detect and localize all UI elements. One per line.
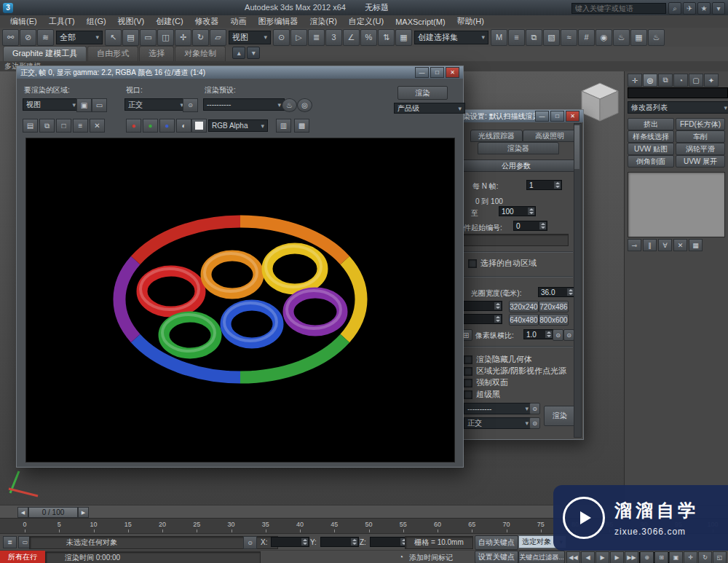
hierarchy-tab-icon[interactable]: ⧉: [658, 74, 673, 87]
zoom-icon[interactable]: ⊕: [640, 551, 654, 563]
material-editor-icon[interactable]: ◉: [596, 29, 612, 46]
viewcube[interactable]: [579, 80, 621, 128]
aspect-lock-icon[interactable]: ⊙: [553, 329, 563, 341]
modifier-button-uvw-unwrap[interactable]: UVW 展开: [676, 155, 725, 168]
app-icon[interactable]: 3: [3, 3, 13, 13]
environment-icon[interactable]: ◎: [297, 98, 312, 112]
motion-tab-icon[interactable]: ◔: [673, 74, 688, 87]
align-icon[interactable]: ≡: [508, 29, 525, 46]
selection-lock-icon[interactable]: ⊙: [243, 536, 257, 549]
maximize-icon[interactable]: □: [550, 111, 564, 122]
menu-item-7[interactable]: 图形编辑器: [253, 15, 304, 28]
green-channel-icon[interactable]: ●: [143, 119, 158, 133]
select-and-move-icon[interactable]: ✢: [175, 29, 191, 46]
view-dropdown[interactable]: 正交 ▾: [464, 417, 532, 429]
maximize-viewport-icon[interactable]: ◱: [713, 551, 727, 563]
spinner-arrows[interactable]: [554, 181, 561, 189]
maxscript-mini-listener[interactable]: 所有在行: [0, 551, 45, 563]
red-channel-icon[interactable]: ●: [126, 119, 141, 133]
file-number-field[interactable]: 0: [513, 221, 547, 231]
go-to-end-icon[interactable]: ▶▶: [625, 551, 638, 563]
coordinate-z-field[interactable]: [370, 537, 408, 547]
every-n-field[interactable]: 1: [526, 180, 562, 190]
communication-center-icon[interactable]: ✈: [683, 2, 696, 15]
tab-raytracer[interactable]: 光线跟踪器: [470, 130, 523, 142]
play-icon[interactable]: ▶: [596, 551, 609, 563]
spinner-arrows[interactable]: [528, 208, 534, 215]
unlink-selection-icon[interactable]: ⊘: [20, 29, 36, 46]
spinner-arrows[interactable]: [494, 302, 501, 310]
search-icon[interactable]: ⌕: [668, 2, 681, 15]
channel-display-icon[interactable]: ▥: [276, 119, 291, 133]
named-selection-sets-icon[interactable]: ▦: [395, 29, 412, 46]
menu-item-10[interactable]: MAXScript(M): [389, 17, 451, 27]
dialog-scrollbar[interactable]: [574, 123, 582, 438]
go-to-start-icon[interactable]: ◀◀: [566, 551, 580, 563]
select-and-rotate-icon[interactable]: ↻: [192, 29, 209, 46]
modifier-button-turbosmooth[interactable]: 涡轮平滑: [676, 143, 725, 155]
ribbon-tab-freeform[interactable]: 自由形式: [87, 46, 138, 61]
select-and-manipulate-icon[interactable]: ▷: [290, 29, 307, 46]
configure-modifier-sets-icon[interactable]: ▦: [689, 239, 703, 251]
blue-channel-icon[interactable]: ●: [159, 119, 175, 133]
add-time-tag[interactable]: 添加时间标记: [409, 553, 453, 563]
range-end-field[interactable]: 100: [499, 206, 536, 216]
remove-modifier-icon[interactable]: ✕: [673, 239, 687, 251]
modifier-stack[interactable]: [628, 172, 725, 237]
pixel-aspect-field[interactable]: 1.0: [523, 329, 553, 339]
key-filters-button[interactable]: 关键点过滤器...: [518, 551, 565, 563]
auto-region-icon[interactable]: ▭: [92, 98, 107, 112]
rendered-image[interactable]: [25, 138, 455, 462]
coordinate-y-field[interactable]: [320, 537, 359, 547]
preset-lock-icon[interactable]: ⊙: [529, 403, 540, 414]
render-production-icon[interactable]: ♨: [648, 29, 665, 46]
ribbon-tab-graphite[interactable]: Graphite 建模工具: [3, 46, 87, 61]
area-lights-checkbox[interactable]: [464, 367, 472, 376]
background-color-swatch[interactable]: [191, 119, 207, 133]
menu-item-6[interactable]: 动画: [225, 15, 253, 28]
modifier-button-ffd-box[interactable]: FFD(长方体): [676, 118, 725, 130]
menu-item-8[interactable]: 渲染(R): [304, 15, 343, 28]
next-frame-arrow-icon[interactable]: ▶: [78, 507, 89, 518]
menu-item-9[interactable]: 自定义(U): [343, 15, 389, 28]
render-preset-dropdown[interactable]: ---------- ▾: [203, 98, 285, 111]
minimize-icon[interactable]: —: [535, 111, 549, 122]
scrollbar-thumb[interactable]: [574, 125, 579, 169]
show-end-result-icon[interactable]: ∥: [643, 239, 657, 251]
utilities-tab-icon[interactable]: ✦: [704, 74, 719, 87]
window-crossing-icon[interactable]: ◫: [157, 29, 174, 46]
channel-display-dropdown[interactable]: RGB Alpha ▾: [208, 119, 268, 132]
zoom-extents-icon[interactable]: ▣: [669, 551, 683, 563]
spinner-arrows[interactable]: [567, 288, 574, 296]
spinner-arrows[interactable]: [301, 538, 308, 546]
time-slider[interactable]: ◀ 0 / 100 ▶: [17, 507, 89, 516]
super-black-checkbox[interactable]: [464, 390, 472, 399]
render-button[interactable]: 渲染: [397, 86, 448, 100]
auto-key-button[interactable]: 自动关键点: [475, 535, 518, 550]
menu-item-11[interactable]: 帮助(H): [451, 15, 490, 28]
pan-view-icon[interactable]: ✛: [684, 551, 697, 563]
angle-snap-icon[interactable]: ∠: [343, 29, 360, 46]
pin-stack-icon[interactable]: ⊸: [628, 239, 641, 251]
area-to-render-dropdown[interactable]: 视图 ▾: [23, 98, 79, 111]
aperture-field[interactable]: 36.0: [538, 287, 575, 297]
menu-item-5[interactable]: 修改器: [189, 15, 225, 28]
rollout-common-parameters[interactable]: 公用参数: [458, 160, 574, 172]
mini-listener-icon[interactable]: ≣: [3, 536, 17, 548]
bind-to-space-warp-icon[interactable]: ≋: [37, 29, 54, 46]
maximize-icon[interactable]: □: [430, 67, 444, 78]
modifier-button-lathe[interactable]: 车削: [676, 130, 725, 143]
menu-item-4[interactable]: 创建(C): [150, 15, 189, 28]
object-name-field[interactable]: [628, 87, 728, 98]
modifier-list-dropdown[interactable]: 修改器列表 ▾: [628, 101, 728, 114]
ribbon-config-icon[interactable]: ▾: [247, 47, 260, 59]
save-image-icon[interactable]: ▤: [23, 119, 38, 133]
use-pivot-center-icon[interactable]: ⊙: [273, 29, 290, 46]
close-icon[interactable]: ✕: [566, 111, 579, 122]
spinner-arrows[interactable]: [545, 331, 552, 338]
selection-filter-dropdown[interactable]: 全部▾: [56, 31, 103, 44]
layer-manager-icon[interactable]: ⧉: [526, 29, 542, 46]
display-tab-icon[interactable]: ▢: [689, 74, 703, 87]
edit-region-icon[interactable]: ▣: [76, 98, 92, 112]
menu-item-1[interactable]: 工具(T): [43, 15, 81, 28]
